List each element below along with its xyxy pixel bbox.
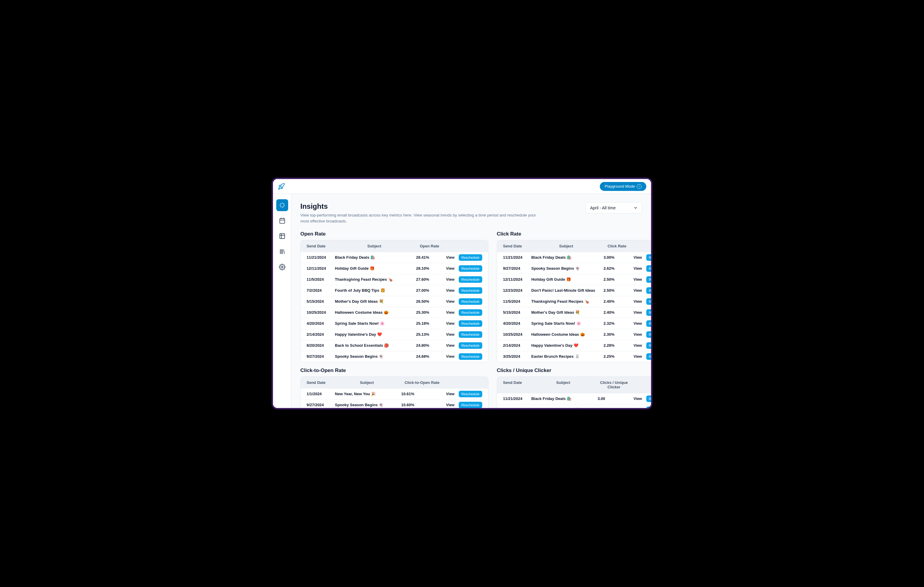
- reschedule-button[interactable]: Reschedule: [646, 309, 651, 316]
- view-link[interactable]: View: [446, 288, 455, 293]
- reschedule-button[interactable]: Reschedule: [646, 331, 651, 338]
- playground-mode-button[interactable]: Playground Mode i: [600, 182, 646, 191]
- view-link[interactable]: View: [446, 332, 455, 337]
- cell-subject: Happy Valentine's Day ❤️: [531, 343, 604, 348]
- col-subject: Subject: [335, 244, 416, 248]
- view-link[interactable]: View: [446, 255, 455, 260]
- view-link[interactable]: View: [446, 392, 455, 396]
- view-link[interactable]: View: [634, 311, 642, 315]
- table-row: 5/15/2024Mother's Day Gift Ideas 💐26.50%…: [301, 296, 488, 307]
- view-link[interactable]: View: [446, 321, 455, 326]
- sidebar-item-insights[interactable]: [276, 199, 288, 211]
- cell-subject: Black Friday Deals 🛍️: [531, 255, 604, 260]
- cell-date: 10/25/2024: [307, 310, 335, 315]
- table-row: 9/27/2024Spooky Season Begins 👻10.60%Vie…: [301, 400, 488, 408]
- reschedule-button[interactable]: Reschedule: [459, 276, 482, 283]
- view-link[interactable]: View: [446, 344, 455, 348]
- cell-subject: New Year, New You 🎉: [335, 391, 401, 396]
- cell-date: 12/11/2024: [503, 277, 531, 281]
- view-link[interactable]: View: [634, 344, 642, 348]
- gear-icon: [279, 264, 285, 270]
- cell-subject: Halloween Costume Ideas 🎃: [335, 310, 416, 315]
- reschedule-button[interactable]: Reschedule: [459, 342, 482, 349]
- cell-metric: 2.62: [597, 408, 630, 408]
- page-subtitle: View top-performing email broadcasts acr…: [300, 212, 544, 225]
- view-link[interactable]: View: [446, 266, 455, 271]
- view-link[interactable]: View: [634, 354, 642, 358]
- sidebar-item-calendar[interactable]: [276, 215, 288, 227]
- view-link[interactable]: View: [446, 354, 455, 358]
- table-row: 11/5/2024Thanksgiving Feast Recipes 🍗27.…: [301, 274, 488, 285]
- cell-subject: Thanksgiving Feast Recipes 🍗: [335, 277, 416, 281]
- sidebar-item-library[interactable]: [276, 246, 288, 258]
- cell-date: 11/5/2024: [503, 299, 531, 304]
- table-row: 12/11/2024Holiday Gift Guide 🎁28.10%View…: [301, 263, 488, 274]
- cell-subject: Don't Panic! Last-Minute Gift Ideas: [531, 288, 604, 293]
- table-row: 12/23/2024Don't Panic! Last-Minute Gift …: [497, 285, 651, 296]
- cell-metric: 24.68%: [416, 354, 443, 358]
- reschedule-button[interactable]: Reschedule: [459, 254, 482, 261]
- view-link[interactable]: View: [634, 288, 642, 293]
- reschedule-button[interactable]: Reschedule: [646, 265, 651, 272]
- view-link[interactable]: View: [634, 299, 642, 304]
- view-link[interactable]: View: [634, 278, 642, 281]
- reschedule-button[interactable]: Reschedule: [459, 309, 482, 316]
- card-open-rate: Open Rate Send Date Subject Open Rate 11…: [300, 231, 488, 362]
- cell-metric: 24.80%: [416, 343, 443, 348]
- cell-date: 11/21/2024: [307, 255, 335, 260]
- reschedule-button[interactable]: Reschedule: [646, 396, 651, 402]
- view-link[interactable]: View: [446, 403, 455, 407]
- view-link[interactable]: View: [634, 255, 642, 260]
- cell-metric: 25.30%: [416, 310, 443, 315]
- reschedule-button[interactable]: Reschedule: [459, 402, 482, 408]
- reschedule-button[interactable]: Reschedule: [459, 287, 482, 294]
- cell-subject: Easter Brunch Recipes 🐰: [531, 354, 604, 358]
- cell-date: 12/23/2024: [503, 288, 531, 293]
- view-link[interactable]: View: [634, 397, 642, 401]
- cell-metric: 10.61%: [401, 391, 443, 396]
- reschedule-button[interactable]: Reschedule: [459, 391, 482, 397]
- cell-subject: Holiday Gift Guide 🎁: [531, 277, 604, 281]
- view-link[interactable]: View: [446, 278, 455, 281]
- reschedule-button[interactable]: Reschedule: [646, 276, 651, 283]
- reschedule-button[interactable]: Reschedule: [646, 406, 651, 408]
- view-link[interactable]: View: [634, 408, 642, 408]
- table-row: 10/25/2024Halloween Costume Ideas 🎃25.30…: [301, 307, 488, 318]
- col-metric: Click-to-Open Rate: [401, 380, 443, 385]
- table-row: 11/5/2024Thanksgiving Feast Recipes 🍗2.4…: [497, 296, 651, 307]
- reschedule-button[interactable]: Reschedule: [646, 353, 651, 360]
- view-link[interactable]: View: [446, 299, 455, 304]
- cell-subject: Spooky Season Begins 👻: [335, 403, 401, 407]
- sidebar-item-table[interactable]: [276, 230, 288, 242]
- cell-subject: Spooky Season Begins 👻: [335, 354, 416, 358]
- reschedule-button[interactable]: Reschedule: [646, 254, 651, 261]
- reschedule-button[interactable]: Reschedule: [646, 298, 651, 305]
- reschedule-button[interactable]: Reschedule: [459, 298, 482, 305]
- reschedule-button[interactable]: Reschedule: [459, 353, 482, 360]
- cell-metric: 2.30%: [603, 332, 630, 337]
- table-row: 4/20/2024Spring Sale Starts Now! 🌸2.32%V…: [497, 318, 651, 329]
- cell-date: 8/20/2024: [307, 343, 335, 348]
- cell-metric: 25.18%: [416, 321, 443, 326]
- sidebar-item-settings[interactable]: [276, 261, 288, 273]
- reschedule-button[interactable]: Reschedule: [646, 342, 651, 349]
- reschedule-button[interactable]: Reschedule: [459, 265, 482, 272]
- cell-date: 3/25/2024: [503, 354, 531, 358]
- page-header: Insights View top-performing email broad…: [300, 202, 642, 225]
- cell-metric: 10.60%: [401, 403, 443, 407]
- reschedule-button[interactable]: Reschedule: [646, 287, 651, 294]
- reschedule-button[interactable]: Reschedule: [646, 320, 651, 327]
- table-icon: [279, 233, 285, 239]
- cell-date: 10/25/2024: [503, 332, 531, 337]
- cell-date: 4/20/2024: [503, 321, 531, 326]
- reschedule-button[interactable]: Reschedule: [459, 320, 482, 327]
- cell-subject: Mother's Day Gift Ideas 💐: [531, 310, 604, 315]
- period-select[interactable]: April - All time: [586, 202, 642, 214]
- table-row: 2/14/2024Happy Valentine's Day ❤️25.13%V…: [301, 329, 488, 340]
- reschedule-button[interactable]: Reschedule: [459, 331, 482, 338]
- cell-metric: 2.40%: [603, 310, 630, 315]
- view-link[interactable]: View: [446, 311, 455, 315]
- view-link[interactable]: View: [634, 332, 642, 337]
- view-link[interactable]: View: [634, 266, 642, 271]
- view-link[interactable]: View: [634, 321, 642, 326]
